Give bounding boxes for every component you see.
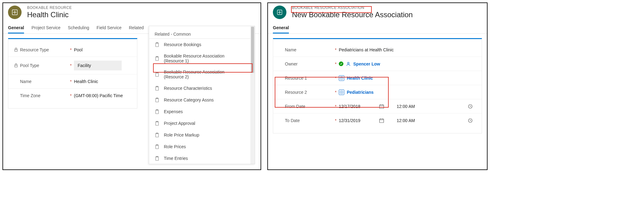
tab-related[interactable]: Related (129, 23, 144, 34)
clipboard-icon (155, 56, 160, 61)
field-value: Health Clinic (74, 79, 132, 84)
related-item-expenses[interactable]: Expenses (149, 106, 250, 117)
entity-type-label: BOOKABLE RESOURCE ASSOCIATION (292, 6, 413, 10)
field-value: (GMT-08:00) Pacific Time (74, 93, 132, 98)
resource-icon (339, 75, 344, 81)
tab-bar: General (268, 23, 487, 34)
tab-project-service[interactable]: Project Service (31, 23, 60, 34)
field-label: Name (20, 79, 31, 84)
clipboard-icon (155, 97, 160, 103)
owner-link-text: Spencer Low (353, 61, 380, 66)
field-value[interactable]: Health Clinic (339, 75, 476, 81)
field-resource2[interactable]: Resource 2 * Pediatricians (273, 85, 482, 99)
clipboard-icon (155, 144, 160, 149)
tab-scheduling[interactable]: Scheduling (68, 23, 89, 34)
clipboard-icon (155, 156, 160, 161)
required-indicator: * (333, 90, 339, 95)
field-value: Facility (74, 61, 122, 70)
clipboard-icon (155, 85, 160, 91)
related-item-label: Resource Category Assns (164, 97, 214, 102)
general-panel: Resource Type * Pool Pool Type * Facilit… (8, 38, 137, 109)
field-resource-type[interactable]: Resource Type * Pool (8, 43, 137, 57)
field-value: Pediatricians at Health Clinic (339, 47, 476, 52)
required-indicator: * (68, 93, 74, 98)
field-from-date[interactable]: From Date * 12/17/2018 12:00 AM (273, 99, 482, 113)
form-header: BOOKABLE RESOURCE ASSOCIATION New Bookab… (268, 3, 487, 23)
date-value[interactable]: 12/31/2019 (339, 118, 367, 123)
required-indicator: * (333, 104, 339, 109)
field-label: From Date (279, 104, 305, 109)
related-item-label: Role Price Markup (164, 133, 199, 137)
field-label: Resource 2 (279, 90, 307, 95)
required-indicator: * (333, 61, 339, 66)
clipboard-icon (155, 72, 160, 77)
related-item-label: Resource Characteristics (164, 86, 212, 91)
field-name[interactable]: Name * Pediatricians at Health Clinic (273, 43, 482, 57)
related-item-role-price-markup[interactable]: Role Price Markup (149, 129, 250, 141)
related-item-role-prices[interactable]: Role Prices (149, 141, 250, 153)
field-owner[interactable]: Owner * ✓ Spencer Low (273, 57, 482, 71)
field-name[interactable]: Name * Health Clinic (8, 74, 137, 89)
field-label: Owner (279, 61, 298, 66)
clipboard-icon (155, 121, 160, 126)
clipboard-icon (155, 42, 160, 47)
time-value[interactable]: 12:00 AM (397, 118, 415, 123)
tab-general[interactable]: General (8, 23, 24, 34)
entity-icon (8, 6, 22, 19)
related-item-project-approval[interactable]: Project Approval (149, 117, 250, 129)
field-to-date[interactable]: To Date * 12/31/2019 12:00 AM (273, 113, 482, 128)
related-item-resource-category-assns[interactable]: Resource Category Assns (149, 94, 250, 106)
bookable-resource-form: BOOKABLE RESOURCE Health Clinic General … (2, 2, 261, 170)
related-item-time-entries[interactable]: Time Entries (149, 153, 250, 164)
field-label: Time Zone (20, 93, 40, 98)
resource1-link-text: Health Clinic (347, 76, 373, 81)
clock-icon[interactable] (468, 104, 473, 109)
check-icon: ✓ (339, 61, 343, 66)
date-value[interactable]: 12/17/2018 (339, 104, 367, 109)
field-label: Pool Type (20, 63, 39, 68)
required-indicator: * (68, 79, 74, 84)
time-value[interactable]: 12:00 AM (397, 104, 415, 109)
related-item-label: Time Entries (164, 156, 188, 161)
flyout-items: Resource Bookings Bookable Resource Asso… (149, 39, 255, 164)
related-item-resource-bookings[interactable]: Resource Bookings (149, 39, 250, 50)
related-item-bra-resource1[interactable]: Bookable Resource Association (Resource … (149, 50, 250, 66)
required-indicator: * (333, 76, 339, 81)
field-value[interactable]: Pediatricians (339, 89, 476, 95)
clipboard-icon (155, 132, 160, 138)
field-time-zone[interactable]: Time Zone * (GMT-08:00) Pacific Time (8, 89, 137, 103)
bookable-resource-association-form: BOOKABLE RESOURCE ASSOCIATION New Bookab… (267, 2, 488, 170)
field-value: Pool (74, 47, 132, 52)
field-label: Resource Type (20, 47, 49, 52)
field-resource1[interactable]: Resource 1 * Health Clinic (273, 71, 482, 85)
related-flyout: Related - Common Resource Bookings Booka… (149, 26, 255, 164)
flyout-section-header: Related - Common (149, 26, 250, 39)
general-panel: Name * Pediatricians at Health Clinic Ow… (273, 38, 482, 133)
flyout-scrollbar[interactable] (250, 26, 255, 164)
calendar-icon[interactable] (379, 104, 384, 109)
field-pool-type[interactable]: Pool Type * Facility (8, 57, 137, 74)
form-header: BOOKABLE RESOURCE Health Clinic (3, 3, 261, 23)
clock-icon[interactable] (468, 118, 473, 123)
resource2-link-text: Pediatricians (347, 90, 374, 95)
field-label: Name (279, 47, 296, 52)
calendar-icon[interactable] (379, 118, 384, 123)
entity-name: New Bookable Resource Association (292, 10, 413, 19)
person-icon (346, 61, 351, 66)
related-item-resource-characteristics[interactable]: Resource Characteristics (149, 82, 250, 94)
entity-type-label: BOOKABLE RESOURCE (27, 6, 72, 10)
related-item-label: Bookable Resource Association (Resource … (164, 54, 245, 63)
field-label: Resource 1 (279, 76, 307, 81)
lock-icon (14, 48, 18, 52)
required-indicator: * (333, 47, 339, 52)
tab-general[interactable]: General (273, 23, 289, 34)
entity-icon (273, 6, 286, 19)
related-item-label: Resource Bookings (164, 42, 201, 47)
related-item-bra-resource2[interactable]: Bookable Resource Association (Resource … (149, 66, 250, 82)
required-indicator: * (333, 118, 339, 123)
tab-field-service[interactable]: Field Service (97, 23, 122, 34)
field-value[interactable]: ✓ Spencer Low (339, 61, 476, 66)
resource-icon (339, 89, 344, 95)
related-item-label: Expenses (164, 109, 183, 114)
related-item-label: Bookable Resource Association (Resource … (164, 69, 245, 79)
